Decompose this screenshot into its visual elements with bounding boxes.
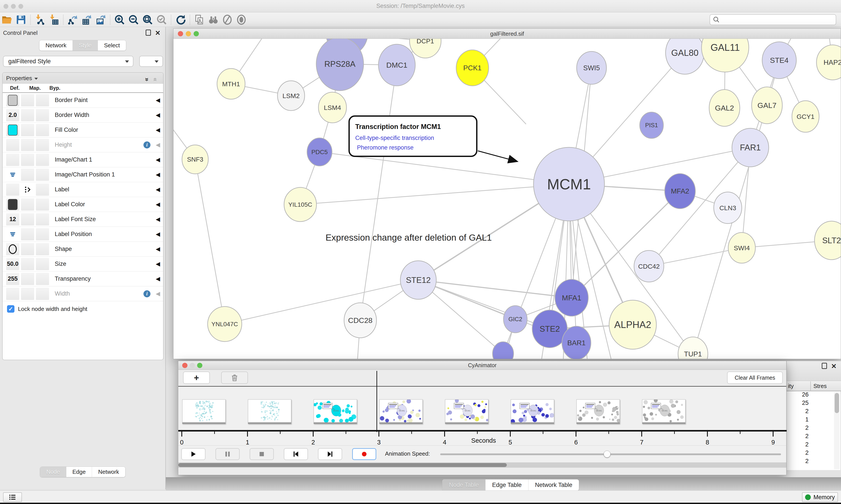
bypass-cell[interactable] bbox=[36, 124, 49, 136]
property-row-label-font-size[interactable]: 12Label Font Size◀ bbox=[3, 212, 163, 227]
expand-row-icon[interactable]: ◀ bbox=[156, 246, 160, 252]
property-row-label-position[interactable]: Label Position◀ bbox=[3, 227, 163, 242]
table-tab-node-table[interactable]: Node Table bbox=[442, 480, 486, 491]
clone-network-icon[interactable] bbox=[192, 14, 206, 26]
property-row-image-chart-1[interactable]: Image/Chart 1◀ bbox=[3, 152, 163, 167]
search-binoculars-icon[interactable] bbox=[206, 14, 220, 26]
frame-thumbnail-5[interactable]: MCM1 bbox=[511, 399, 554, 424]
default-value-cell[interactable] bbox=[6, 124, 19, 136]
refresh-network-icon[interactable] bbox=[174, 14, 187, 26]
property-row-shape[interactable]: Shape◀ bbox=[3, 242, 163, 257]
node-CDC42[interactable]: CDC42 bbox=[634, 250, 664, 282]
tab-style[interactable]: Style bbox=[73, 40, 98, 51]
mapping-cell[interactable] bbox=[21, 258, 34, 270]
mapping-cell[interactable] bbox=[21, 243, 34, 255]
bypass-cell[interactable] bbox=[36, 288, 49, 300]
node-MTH1[interactable]: MTH1 bbox=[217, 69, 245, 99]
bypass-cell[interactable] bbox=[36, 183, 49, 196]
hide-graphics-details-icon[interactable] bbox=[220, 14, 234, 26]
node-CDC28[interactable]: CDC28 bbox=[344, 303, 376, 338]
zoom-out-icon[interactable] bbox=[127, 14, 141, 26]
property-row-transparency[interactable]: 255Transparency◀ bbox=[3, 271, 163, 286]
edge-MCM1-YIL105C[interactable] bbox=[300, 184, 569, 204]
mapping-cell[interactable] bbox=[21, 139, 34, 151]
node-BAR1[interactable]: BAR1 bbox=[562, 326, 591, 359]
node-MFA1[interactable]: MFA1 bbox=[555, 280, 588, 316]
expand-row-icon[interactable]: ◀ bbox=[156, 290, 160, 297]
column-header-centrality[interactable]: ity bbox=[788, 383, 794, 390]
node-RPS28A[interactable]: RPS28A bbox=[316, 39, 363, 91]
property-row-border-paint[interactable]: Border Paint◀ bbox=[3, 93, 163, 108]
default-value-cell[interactable] bbox=[6, 154, 19, 166]
frame-thumbnail-0[interactable] bbox=[182, 399, 226, 424]
node-MFA2[interactable]: MFA2 bbox=[665, 174, 695, 209]
bypass-cell[interactable] bbox=[36, 139, 49, 151]
expand-row-icon[interactable]: ◀ bbox=[156, 231, 160, 237]
show-graphics-details-icon[interactable] bbox=[234, 14, 248, 26]
style-target-network[interactable]: Network bbox=[92, 467, 125, 477]
mapping-cell[interactable] bbox=[21, 168, 34, 181]
default-value-cell[interactable]: 2.0 bbox=[6, 109, 19, 121]
export-image-icon[interactable] bbox=[94, 14, 108, 26]
mapping-cell[interactable] bbox=[21, 124, 34, 136]
expand-row-icon[interactable]: ◀ bbox=[156, 275, 160, 282]
frame-thumbnail-1[interactable] bbox=[248, 399, 291, 424]
property-row-size[interactable]: 50.0Size◀ bbox=[3, 257, 163, 271]
scrollbar-thumb[interactable] bbox=[178, 463, 507, 467]
expand-row-icon[interactable]: ◀ bbox=[156, 171, 160, 178]
clear-all-frames-button[interactable]: Clear All Frames bbox=[727, 372, 783, 384]
mapping-cell[interactable] bbox=[21, 154, 34, 166]
collapse-all-icon[interactable]: « bbox=[150, 78, 161, 82]
table-row[interactable]: 2 bbox=[787, 425, 841, 433]
property-row-label-color[interactable]: Label Color◀ bbox=[3, 197, 163, 212]
default-value-cell[interactable]: 255 bbox=[6, 273, 19, 285]
node-YNL047C[interactable]: YNL047C bbox=[208, 307, 242, 342]
node-SWI4[interactable]: SWI4 bbox=[728, 233, 755, 263]
node-CLN3[interactable]: CLN3 bbox=[714, 192, 742, 223]
zoom-selected-icon[interactable] bbox=[155, 14, 168, 26]
mapping-cell[interactable] bbox=[21, 273, 34, 285]
cyanimator-timeline[interactable]: Seconds 0123456789MCM1MCM1MCM1MCM1MCM1MC… bbox=[178, 386, 786, 445]
expand-row-icon[interactable]: ◀ bbox=[156, 201, 160, 208]
bypass-cell[interactable] bbox=[36, 213, 49, 226]
style-target-node[interactable]: Node bbox=[40, 467, 66, 477]
animation-speed-slider[interactable] bbox=[440, 453, 781, 455]
info-icon[interactable]: i bbox=[143, 141, 150, 148]
style-target-edge[interactable]: Edge bbox=[66, 467, 92, 477]
default-value-cell[interactable] bbox=[6, 139, 19, 151]
node-MCM1[interactable]: MCM1 bbox=[534, 147, 605, 221]
mapping-cell[interactable] bbox=[21, 228, 34, 240]
default-value-cell[interactable] bbox=[6, 288, 19, 300]
float-panel-icon[interactable] bbox=[146, 30, 151, 36]
properties-header[interactable]: Properties » « bbox=[3, 73, 163, 84]
node-HAP2[interactable]: HAP2 bbox=[817, 45, 841, 80]
expand-row-icon[interactable]: ◀ bbox=[156, 141, 160, 148]
style-combobox[interactable]: galFiltered Style bbox=[3, 56, 133, 67]
task-history-button[interactable] bbox=[3, 492, 22, 502]
export-table-icon[interactable] bbox=[80, 14, 94, 26]
node-STE12[interactable]: STE12 bbox=[400, 261, 436, 299]
property-row-label[interactable]: Label◀ bbox=[3, 182, 163, 197]
column-header-stress[interactable]: Stres bbox=[813, 383, 827, 390]
frame-thumbnail-6[interactable]: MCM1 bbox=[576, 399, 620, 424]
edge-SNF3-YNL047C[interactable] bbox=[195, 159, 225, 324]
frame-thumbnail-4[interactable]: MCM1 bbox=[445, 399, 488, 424]
tab-select[interactable]: Select bbox=[98, 40, 126, 51]
bypass-cell[interactable] bbox=[36, 94, 49, 106]
delete-frame-button[interactable] bbox=[221, 372, 248, 384]
bypass-cell[interactable] bbox=[36, 243, 49, 255]
pause-button[interactable] bbox=[215, 448, 239, 460]
default-value-cell[interactable]: 50.0 bbox=[6, 258, 19, 270]
info-icon[interactable]: i bbox=[143, 290, 150, 297]
node-GAL7[interactable]: GAL7 bbox=[752, 87, 782, 124]
edge-DMC1-CDC28[interactable] bbox=[360, 65, 397, 320]
table-row[interactable]: 2 bbox=[787, 458, 841, 466]
table-tab-network-table[interactable]: Network Table bbox=[529, 480, 579, 491]
node-GCY1[interactable]: GCY1 bbox=[792, 101, 819, 132]
node-PDC5[interactable]: PDC5 bbox=[307, 138, 332, 166]
table-row[interactable]: 26 bbox=[787, 391, 841, 399]
node-GAL11[interactable]: GAL11 bbox=[701, 39, 749, 72]
node-ALPHA2[interactable]: ALPHA2 bbox=[609, 300, 656, 349]
node-LSM2[interactable]: LSM2 bbox=[278, 81, 305, 111]
expand-row-icon[interactable]: ◀ bbox=[156, 97, 160, 104]
